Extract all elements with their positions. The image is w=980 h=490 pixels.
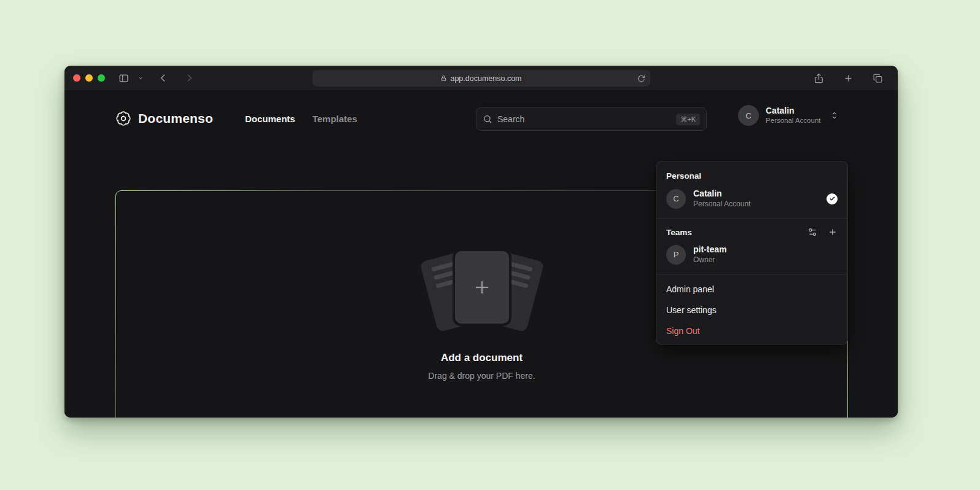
- address-bar[interactable]: app.documenso.com: [313, 70, 650, 87]
- menu-divider: [656, 218, 847, 219]
- back-button[interactable]: [156, 71, 171, 85]
- traffic-lights: [73, 74, 105, 82]
- new-tab-icon[interactable]: [841, 71, 856, 86]
- chevrons-up-down-icon: [830, 111, 839, 120]
- menu-divider: [656, 274, 847, 274]
- personal-section-label: Personal: [656, 166, 847, 185]
- team-avatar: P: [666, 245, 686, 265]
- nav-documents[interactable]: Documents: [245, 114, 295, 124]
- nav-templates[interactable]: Templates: [313, 114, 357, 124]
- main-nav: Documents Templates: [245, 114, 357, 124]
- lock-icon: [440, 75, 447, 82]
- url-text: app.documenso.com: [450, 74, 521, 83]
- account-dropdown-menu: Personal C Catalin Personal Account Team…: [656, 161, 848, 344]
- account-menu-button[interactable]: C Catalin Personal Account: [738, 105, 839, 126]
- close-window-button[interactable]: [73, 74, 80, 82]
- teams-section-label: Teams: [666, 228, 692, 237]
- forward-button[interactable]: [182, 71, 196, 85]
- plus-icon: [472, 277, 492, 298]
- menu-item-sign-out[interactable]: Sign Out: [656, 321, 847, 341]
- menu-item-user-settings[interactable]: User settings: [656, 300, 847, 321]
- team-role: Owner: [693, 255, 726, 265]
- check-circle-icon: [826, 193, 838, 204]
- menu-item-personal-account[interactable]: C Catalin Personal Account: [656, 185, 847, 214]
- dropzone-title: Add a document: [441, 352, 523, 364]
- menu-account-name: Catalin: [693, 189, 750, 200]
- search-icon: [483, 114, 492, 124]
- avatar: C: [666, 189, 686, 209]
- search-input[interactable]: [497, 114, 671, 124]
- zoom-window-button[interactable]: [98, 74, 105, 82]
- sidebar-toggle-icon[interactable]: [116, 71, 131, 86]
- sidebar-chevron-down-icon[interactable]: [135, 72, 146, 84]
- search-box: ⌘+K: [476, 107, 707, 131]
- teams-section-header: Teams: [656, 223, 847, 241]
- share-icon[interactable]: [811, 71, 826, 86]
- brand[interactable]: Documenso: [115, 111, 213, 126]
- team-name: pit-team: [693, 244, 726, 255]
- search-shortcut-badge: ⌘+K: [676, 114, 700, 125]
- reload-icon[interactable]: [637, 74, 645, 82]
- tab-overview-icon[interactable]: [870, 71, 885, 86]
- minimize-window-button[interactable]: [85, 74, 93, 82]
- account-name: Catalin: [766, 106, 821, 116]
- app-header: Documenso Documents Templates ⌘+K C Cata…: [64, 90, 898, 147]
- document-card-center: [455, 251, 509, 324]
- account-type: Personal Account: [766, 116, 821, 125]
- documenso-logo-icon: [115, 111, 131, 126]
- menu-account-type: Personal Account: [693, 200, 750, 209]
- dropzone-subtitle: Drag & drop your PDF here.: [428, 371, 535, 381]
- manage-teams-icon[interactable]: [807, 227, 817, 237]
- menu-item-admin-panel[interactable]: Admin panel: [656, 279, 847, 300]
- document-stack-illustration: [402, 241, 562, 333]
- avatar: C: [738, 105, 759, 126]
- browser-titlebar: app.documenso.com: [64, 66, 898, 90]
- app-page: Documenso Documents Templates ⌘+K C Cata…: [64, 90, 898, 418]
- brand-name: Documenso: [138, 111, 213, 126]
- browser-window: app.documenso.com: [64, 66, 898, 418]
- add-team-icon[interactable]: [828, 227, 838, 237]
- menu-item-team-pit-team[interactable]: P pit-team Owner: [656, 241, 847, 270]
